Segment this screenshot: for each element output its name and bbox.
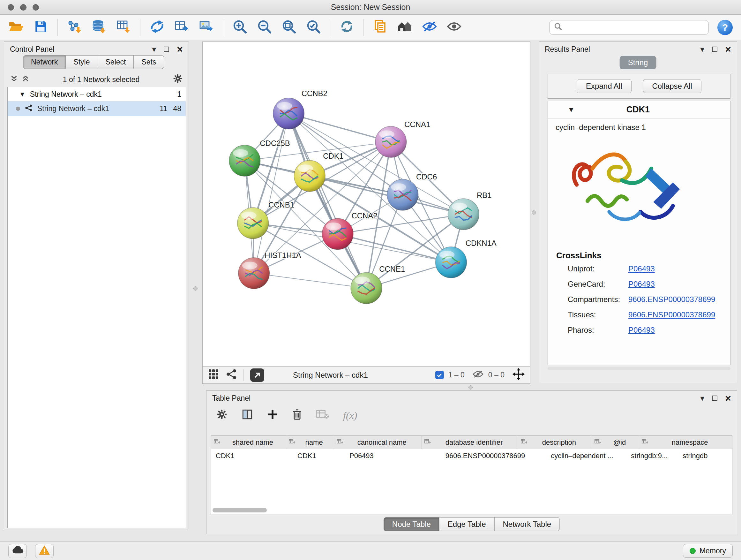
close-window-button[interactable] xyxy=(8,4,14,10)
cell-canonical-name[interactable]: P06493 xyxy=(345,452,441,460)
horizontal-splitter-handle[interactable] xyxy=(468,385,473,389)
zoom-out-button[interactable] xyxy=(256,19,272,36)
crosslink-value[interactable]: P06493 xyxy=(628,264,655,273)
tab-edge-table[interactable]: Edge Table xyxy=(440,517,495,531)
cell-name[interactable]: CDK1 xyxy=(293,452,345,460)
export-network-button[interactable] xyxy=(149,19,165,36)
help-button[interactable]: ? xyxy=(718,20,733,35)
expand-all-button[interactable]: Expand All xyxy=(577,79,631,93)
vertical-splitter-handle[interactable] xyxy=(532,210,536,214)
panel-menu-icon[interactable]: ▾ xyxy=(700,394,704,402)
zoom-selected-button[interactable] xyxy=(306,19,321,36)
collapse-all-icon[interactable] xyxy=(10,74,18,84)
crosshair-fit-icon[interactable] xyxy=(512,368,525,382)
add-row-icon[interactable] xyxy=(267,409,278,422)
export-view-button[interactable] xyxy=(250,368,264,382)
export-table-button[interactable] xyxy=(174,19,190,36)
protein-card-header[interactable]: ▼ CDK1 xyxy=(548,101,730,118)
node-HIST1H1A[interactable]: HIST1H1A xyxy=(239,251,301,289)
panel-menu-icon[interactable]: ▾ xyxy=(152,45,156,53)
node-CCNA1[interactable]: CCNA1 xyxy=(375,120,430,158)
node-CCNB2[interactable]: CCNB2 xyxy=(273,89,327,129)
function-builder-icon[interactable]: f(x) xyxy=(343,410,357,422)
hidden-eye-slash-icon[interactable] xyxy=(472,370,484,381)
zoom-fit-button[interactable] xyxy=(281,19,297,36)
zoom-window-button[interactable] xyxy=(32,4,39,10)
zoom-in-button[interactable] xyxy=(232,19,248,36)
trash-icon[interactable] xyxy=(292,409,302,422)
network-overview-icon[interactable] xyxy=(226,368,237,382)
column-header[interactable]: description xyxy=(518,436,592,449)
delete-table-icon[interactable] xyxy=(316,409,329,422)
panel-float-icon[interactable] xyxy=(164,47,169,52)
selected-checkbox[interactable] xyxy=(435,371,444,379)
node-CDK1[interactable]: CDK1 xyxy=(294,152,343,192)
edge-HIST1H1A-CCNE1[interactable] xyxy=(254,273,366,288)
edge-CCNB2-HIST1H1A[interactable] xyxy=(254,114,289,273)
collapse-all-button[interactable]: Collapse All xyxy=(643,79,701,93)
tab-node-table[interactable]: Node Table xyxy=(384,517,440,531)
network-collection-row[interactable]: ▼ String Network – cdk1 1 xyxy=(8,87,186,101)
crosslink-value[interactable]: 9606.ENSP00000378699 xyxy=(628,295,715,304)
import-network-database-button[interactable] xyxy=(91,19,107,36)
tab-network[interactable]: Network xyxy=(23,55,66,69)
node-CDKN1A[interactable]: CDKN1A xyxy=(435,239,496,278)
tab-network-table[interactable]: Network Table xyxy=(495,517,560,531)
panel-menu-icon[interactable]: ▾ xyxy=(700,45,704,53)
column-header[interactable]: @id xyxy=(592,436,639,449)
warning-button[interactable] xyxy=(35,544,54,558)
cell-namespace[interactable]: stringdb xyxy=(678,452,732,460)
gear-icon[interactable] xyxy=(216,409,227,422)
edge-CDK1-RB1[interactable] xyxy=(310,176,463,214)
search-input[interactable] xyxy=(565,23,704,32)
panel-close-icon[interactable]: × xyxy=(725,44,731,54)
column-header[interactable]: namespace xyxy=(639,436,732,449)
panel-float-icon[interactable] xyxy=(712,47,718,52)
table-horizontal-scrollbar[interactable] xyxy=(212,508,728,512)
grid-view-icon[interactable] xyxy=(208,368,219,382)
cell-shared-name[interactable]: CDK1 xyxy=(211,452,293,460)
cell-database-identifier[interactable]: 9606.ENSP00000378699 xyxy=(441,452,546,460)
column-header[interactable]: database identifier xyxy=(422,436,518,449)
tab-style[interactable]: Style xyxy=(66,55,98,69)
table-row[interactable]: CDK1 CDK1 P06493 9606.ENSP00000378699 cy… xyxy=(211,449,732,462)
add-column-icon[interactable] xyxy=(242,409,253,422)
cell-id[interactable]: stringdb:9... xyxy=(626,452,678,460)
memory-button[interactable]: Memory xyxy=(683,544,733,558)
column-header[interactable]: name xyxy=(286,436,334,449)
edge-CCNB2-CCNE1[interactable] xyxy=(288,114,366,288)
caret-down-icon[interactable]: ▼ xyxy=(19,91,25,98)
hide-selected-button[interactable] xyxy=(421,19,437,36)
open-session-button[interactable] xyxy=(8,19,24,36)
refresh-button[interactable] xyxy=(339,19,355,36)
scrollbar-thumb[interactable] xyxy=(212,508,267,512)
caret-down-icon[interactable]: ▼ xyxy=(568,106,575,114)
network-canvas[interactable]: CCNB2CCNA1CDC25BCDK1CDC6RB1CCNB1CCNA2CDK… xyxy=(202,42,530,367)
string-tab[interactable]: String xyxy=(620,56,657,69)
show-all-button[interactable] xyxy=(446,19,462,36)
network-row-selected[interactable]: String Network – cdk1 11 48 xyxy=(8,101,186,116)
tab-select[interactable]: Select xyxy=(98,55,134,69)
expand-all-icon[interactable] xyxy=(21,74,30,84)
panel-close-icon[interactable]: × xyxy=(177,44,183,54)
export-image-button[interactable] xyxy=(198,19,214,36)
node-CDC6[interactable]: CDC6 xyxy=(387,172,437,210)
cell-description[interactable]: cyclin–dependent ... xyxy=(546,452,626,460)
panel-float-icon[interactable] xyxy=(712,395,718,401)
tab-sets[interactable]: Sets xyxy=(134,55,164,69)
results-scrollbar[interactable] xyxy=(548,367,731,370)
save-session-button[interactable] xyxy=(33,19,49,36)
crosslink-value[interactable]: P06493 xyxy=(628,326,655,334)
clone-network-button[interactable] xyxy=(373,19,388,36)
import-table-button[interactable] xyxy=(116,19,131,36)
crosslink-value[interactable]: P06493 xyxy=(628,280,655,289)
column-header[interactable]: shared name xyxy=(211,436,286,449)
home-button[interactable] xyxy=(397,19,413,36)
vertical-splitter-handle[interactable] xyxy=(193,287,198,291)
gear-icon[interactable] xyxy=(173,73,183,85)
import-network-file-button[interactable] xyxy=(66,19,82,36)
panel-close-icon[interactable]: × xyxy=(725,393,731,403)
node-CCNB1[interactable]: CCNB1 xyxy=(238,200,294,239)
crosslink-value[interactable]: 9606.ENSP00000378699 xyxy=(628,310,715,319)
minimize-window-button[interactable] xyxy=(20,4,26,10)
